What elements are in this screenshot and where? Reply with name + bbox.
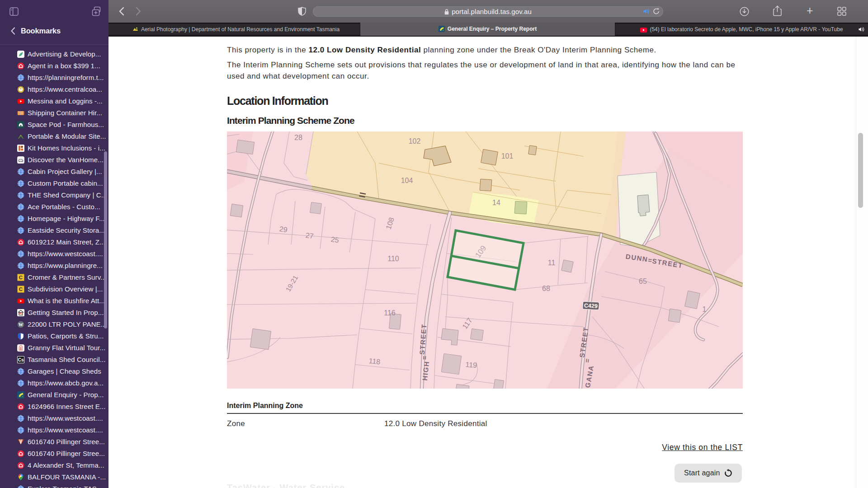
- svg-text:104: 104: [401, 177, 413, 184]
- svg-text:102: 102: [409, 137, 421, 145]
- svg-text:PU: PU: [19, 312, 23, 315]
- svg-text:118: 118: [368, 357, 381, 366]
- svg-text:C: C: [19, 286, 23, 292]
- svg-text:29: 29: [279, 225, 288, 234]
- svg-text:C: C: [19, 275, 23, 280]
- svg-text:Cs: Cs: [18, 357, 24, 362]
- svg-text:1: 1: [703, 305, 707, 313]
- svg-text:110: 110: [387, 255, 399, 263]
- svg-text:11: 11: [548, 259, 556, 267]
- svg-text:25: 25: [330, 235, 340, 244]
- svg-text:27: 27: [305, 231, 314, 240]
- svg-text:116: 116: [384, 309, 396, 317]
- svg-text:28: 28: [294, 134, 302, 141]
- svg-text:=: =: [420, 355, 429, 360]
- svg-text:68: 68: [542, 285, 550, 292]
- svg-text:C429: C429: [584, 302, 598, 310]
- svg-text:119: 119: [465, 361, 477, 369]
- svg-text:W: W: [19, 322, 24, 327]
- svg-text:65: 65: [639, 277, 647, 285]
- svg-text:101: 101: [501, 152, 514, 160]
- svg-text:14: 14: [492, 199, 500, 206]
